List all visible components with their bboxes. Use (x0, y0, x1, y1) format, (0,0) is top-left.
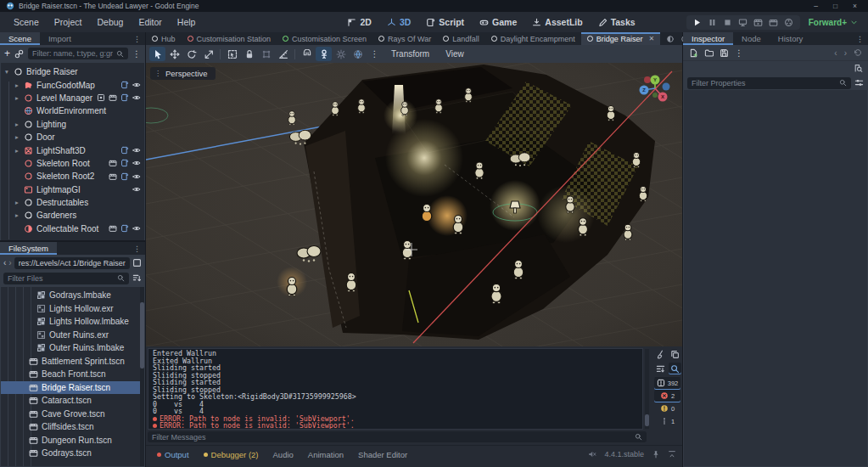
bottom-tab-shader-editor[interactable]: Shader Editor (351, 448, 414, 461)
nav-forward-button[interactable]: › (8, 258, 11, 267)
filter-errors-toggle[interactable]: 2 (654, 390, 680, 402)
menu-project[interactable]: Project (48, 14, 89, 30)
file-beach-front-tscn[interactable]: Beach Front.tscn (1, 368, 144, 381)
file-bridge-raiser-tscn[interactable]: Bridge Raiser.tscn (1, 381, 144, 395)
show-search-button[interactable] (669, 363, 681, 374)
close-tab-icon[interactable]: ✕ (648, 35, 654, 42)
expand-arrow-icon[interactable]: ▸ (14, 121, 20, 128)
tool-move-button[interactable] (166, 47, 182, 61)
sort-files-button[interactable] (132, 273, 142, 283)
tab-node[interactable]: Node (733, 32, 770, 45)
scene-tab-rays-of-war[interactable]: Rays Of War (372, 32, 437, 45)
filter-info-toggle[interactable]: 1 (654, 415, 680, 427)
mode-2d[interactable]: 2D (342, 15, 376, 29)
bottom-tab-audio[interactable]: Audio (266, 448, 300, 461)
skeleton-figure[interactable] (475, 162, 484, 179)
skeleton-figure[interactable] (453, 216, 463, 234)
scene-node-door[interactable]: ▸Door (1, 131, 144, 143)
property-display-options-button[interactable] (854, 78, 864, 87)
perspective-menu[interactable]: ⋮ Perspective (150, 67, 216, 80)
orange-skeleton[interactable] (422, 205, 432, 222)
scene-node-skeleton-root2[interactable]: Skeleton Root2 (1, 170, 144, 183)
nav-back-button[interactable]: ‹ (3, 258, 6, 267)
current-path-field[interactable]: res://Levels/Act 1/Bridge Raiser.t (14, 257, 130, 269)
tool-lock-button[interactable] (241, 47, 257, 61)
3d-viewport[interactable]: Y Z X ⋮ Perspective (146, 63, 682, 346)
menu-view[interactable]: View (438, 49, 472, 59)
scene-node-gardeners[interactable]: ▸Gardeners (1, 209, 144, 222)
expand-arrow-icon[interactable]: ▾ (3, 68, 10, 76)
filter-messages-input[interactable]: Filter Messages (148, 431, 647, 442)
add-node-button[interactable]: + (4, 48, 10, 59)
file-godrays-lmbake[interactable]: Godrays.lmbake (1, 289, 144, 302)
skeleton-figure[interactable] (639, 186, 647, 201)
file-cataract-tscn[interactable]: Cataract.tscn (1, 394, 144, 408)
scene-tab-customisation-station[interactable]: Customisation Station (182, 32, 277, 45)
scene-node-worldenvironment[interactable]: WorldEnvironment (1, 104, 144, 117)
skeleton-figure[interactable] (465, 88, 473, 103)
eye-badge-icon[interactable] (132, 146, 141, 155)
scene-node-destructables[interactable]: ▸Destructables (1, 196, 144, 209)
expand-arrow-icon[interactable]: ▸ (14, 199, 20, 206)
script-badge-icon[interactable] (120, 159, 129, 167)
file-outer-ruins-lmbake[interactable]: Outer Ruins.lmbake (1, 341, 144, 355)
file-cave-grove-tscn[interactable]: Cave Grove.tscn (1, 408, 144, 421)
play-scene-button[interactable] (752, 17, 765, 28)
collapse-duplicates-button[interactable] (654, 363, 667, 374)
file-battlement-sprint-tscn[interactable]: Battlement Sprint.tscn (1, 355, 144, 369)
tool-scale-button[interactable] (200, 47, 216, 61)
filter-files-input[interactable]: Filter Files (3, 273, 129, 284)
file-lights-hollow-exr[interactable]: Lights Hollow.exr (1, 302, 144, 316)
skeleton-figure[interactable] (435, 99, 443, 114)
scene-filter-input[interactable]: Filter: name, t:type, g:grou (28, 48, 128, 59)
viewport-menu-button[interactable]: ⋮ (367, 47, 383, 61)
tool-world-button[interactable] (350, 47, 366, 61)
3d-scene-canvas[interactable]: Y Z X (146, 63, 682, 346)
renderer-selector[interactable]: Forward+ (809, 18, 861, 27)
scene-node-bridge-raiser[interactable]: ▾Bridge Raiser (1, 65, 144, 78)
pin-panel-icon[interactable] (652, 450, 660, 459)
file-list-scrollbar[interactable] (140, 287, 144, 466)
scene-node-lighting[interactable]: ▸Lighting (1, 118, 144, 131)
tool-selectbox-button[interactable] (224, 47, 240, 61)
bottom-tab-animation[interactable]: Animation (301, 448, 350, 461)
tool-rotate-button[interactable] (183, 47, 199, 61)
open-docs-icon[interactable] (854, 64, 863, 73)
tab-import[interactable]: Import (40, 32, 80, 45)
movie-maker-mode-button[interactable] (782, 17, 796, 28)
scene-node-lightmapgi[interactable]: LightmapGI (1, 183, 144, 196)
scene-dock-menu-button[interactable]: ⋮ (129, 32, 145, 45)
eye-badge-icon[interactable] (132, 172, 141, 181)
skeleton-figure[interactable] (624, 224, 632, 240)
mode-script[interactable]: Script (421, 15, 469, 29)
script-badge-icon[interactable] (120, 172, 129, 181)
save-resource-button[interactable] (720, 48, 729, 58)
skeleton-figure[interactable] (578, 218, 587, 236)
resource-menu-button[interactable]: ⋮ (735, 48, 743, 58)
filter-properties-input[interactable]: Filter Properties (687, 77, 851, 89)
editable-badge-icon[interactable] (97, 93, 105, 102)
file-dungeon-run-tscn[interactable]: Dungeon Run.tscn (1, 434, 144, 447)
eye-badge-icon[interactable] (132, 224, 141, 233)
skeleton-figure[interactable] (332, 102, 339, 116)
eye-badge-icon[interactable] (132, 81, 141, 89)
mode-assetlib[interactable]: AssetLib (527, 15, 587, 29)
tool-group-button[interactable] (258, 47, 274, 61)
play-button[interactable] (691, 17, 704, 28)
file-cliffsides-tscn[interactable]: Cliffsides.tscn (1, 420, 144, 434)
output-log[interactable]: Entered WallrunExited WallrunSliiding st… (148, 348, 643, 430)
scene-history-icon[interactable] (666, 35, 675, 43)
expand-panel-icon[interactable] (668, 450, 676, 459)
scene-tab-daylight-encampment[interactable]: Daylight Encampment (485, 32, 581, 45)
mute-audio-icon[interactable] (588, 450, 596, 459)
menu-transform[interactable]: Transform (384, 49, 437, 59)
skeleton-figure[interactable] (566, 196, 574, 213)
bottom-tab-debugger-2[interactable]: Debugger (2) (197, 448, 266, 461)
expand-arrow-icon[interactable]: ▸ (14, 94, 20, 102)
instance-scene-button[interactable] (14, 49, 24, 59)
clear-output-button[interactable] (654, 348, 667, 360)
load-resource-button[interactable] (704, 48, 714, 58)
filter-messages-toggle[interactable]: 392 (654, 377, 680, 389)
output-scrollbar[interactable] (645, 349, 649, 429)
eye-badge-icon[interactable] (132, 93, 141, 102)
